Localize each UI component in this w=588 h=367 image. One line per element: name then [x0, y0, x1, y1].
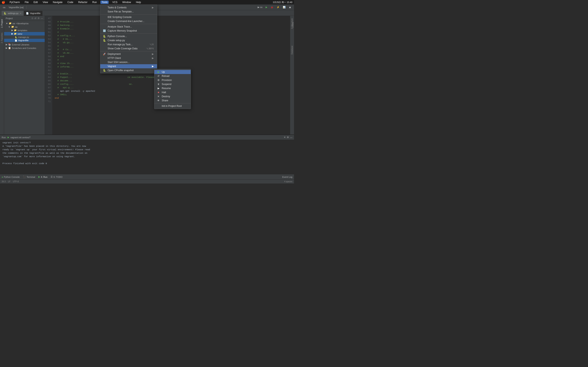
- tools-menu[interactable]: Tasks & Contexts ▶ Save File as Template…: [100, 4, 157, 73]
- menubar-file[interactable]: File: [24, 1, 30, 4]
- menu-create-setup[interactable]: 🐍 Create setup.py: [100, 38, 157, 42]
- todo-icon: ☰: [51, 175, 53, 178]
- tree-external-libraries[interactable]: ▶ 📚 External Libraries: [4, 43, 45, 46]
- menu-capture-memory[interactable]: 🔢 Capture Memory Snapshot: [100, 29, 157, 33]
- menu-coverage[interactable]: Show Code Coverage Data ⌥⌘F6: [100, 47, 157, 50]
- bottom-tab-todo[interactable]: ☰ 6: TODO: [51, 175, 62, 178]
- toolbar-project[interactable]: oa: [2, 6, 7, 9]
- project-panel-label[interactable]: 1: Project: [1, 17, 3, 29]
- sidebar-settings-icon[interactable]: ⚙: [38, 17, 40, 20]
- menu-tasks-contexts[interactable]: Tasks & Contexts ▶: [100, 6, 157, 9]
- status-line-col: 26:3: [2, 180, 6, 183]
- menu-label: Up: [162, 71, 165, 73]
- menubar-refactor[interactable]: Refactor: [77, 1, 89, 4]
- run-command: vagrant init centos/7: [10, 136, 30, 139]
- resume-icon: ▶: [157, 87, 160, 90]
- menu-http-client[interactable]: HTTP Client ▶: [100, 56, 157, 60]
- menu-analyze-stack[interactable]: Analyze Stack Trace...: [100, 25, 157, 29]
- tab-settings[interactable]: 🐍 settings.py ✕: [2, 11, 24, 16]
- menu-deployment[interactable]: 🚀 Deployment ▶: [100, 52, 157, 56]
- menubar-vcs[interactable]: VCS: [111, 1, 119, 4]
- sidebar-locate-icon[interactable]: ⊙: [31, 17, 33, 20]
- favorites-panel-label[interactable]: 2: Favorites: [1, 31, 3, 45]
- tree-vagrantfile[interactable]: 📄 Vagrantfile: [4, 39, 45, 42]
- tree-templates[interactable]: ▶ 📁 templates: [4, 29, 45, 32]
- cprofile-icon: 🐍: [103, 69, 106, 72]
- toolbar-profile-btn[interactable]: 📊: [282, 6, 287, 9]
- menu-label: Capture Memory Snapshot: [108, 29, 137, 32]
- toolbar-coverage-btn[interactable]: ⚡: [276, 6, 281, 9]
- tab-vagrantfile[interactable]: 📄 Vagrantfile: [24, 11, 43, 16]
- menubar-navigate[interactable]: Navigate: [52, 1, 64, 4]
- tree-venv[interactable]: ▶ 📁 venv: [4, 32, 45, 35]
- vagrant-halt[interactable]: ■ Halt: [154, 90, 191, 94]
- share-icon: 👁: [157, 99, 160, 102]
- svnview-panel-label[interactable]: SView: [292, 20, 294, 29]
- vagrant-up[interactable]: ▶ Up: [154, 70, 191, 74]
- menubar-run[interactable]: Run: [91, 1, 98, 4]
- menu-cmdline-launcher[interactable]: Create Command-line Launcher...: [100, 19, 157, 23]
- toolbar-run-config[interactable]: ▶ oa: [256, 6, 264, 9]
- menu-vagrant[interactable]: Vagrant ▶: [100, 64, 157, 68]
- provision-icon: ⚙: [157, 79, 160, 82]
- menubar-pycharm[interactable]: PyCharm: [8, 1, 21, 4]
- tree-oa-root[interactable]: ▼ 📁 oa ~/develop/oa: [4, 22, 45, 25]
- menubar-window[interactable]: Window: [121, 1, 132, 4]
- menu-python-console[interactable]: 🐍 Python Console...: [100, 34, 157, 38]
- shortcut: ⌥⌘F6: [146, 47, 154, 50]
- menubar-view[interactable]: View: [42, 1, 49, 4]
- run-output-line7: Process finished with exit code 0: [2, 162, 292, 165]
- database-panel-label[interactable]: Database: [291, 44, 293, 56]
- run-settings-icon[interactable]: ⚙: [287, 136, 289, 139]
- toolbar-run-btn[interactable]: ▶: [264, 6, 268, 9]
- status-indent: 4 spaces: [284, 180, 292, 183]
- menu-ssh[interactable]: Start SSH session...: [100, 60, 157, 64]
- terminal-label: Terminal: [26, 176, 35, 178]
- run-minimize-icon[interactable]: —: [290, 136, 292, 139]
- menu-label: Save File as Template...: [108, 10, 134, 13]
- toolbar-stop-btn[interactable]: ⏹: [288, 6, 292, 9]
- bottom-tab-bar: ● Python Console ⬛ Terminal ▶ 4: Run ☰ 6…: [0, 174, 294, 179]
- tree-manage-py[interactable]: 🐍 manage.py: [4, 35, 45, 39]
- vagrant-destroy[interactable]: ✕ Destroy: [154, 94, 191, 99]
- vagrant-resume[interactable]: ▶ Resume: [154, 86, 191, 90]
- tree-scratches[interactable]: ▶ 📋 Scratches and Consoles: [4, 46, 45, 50]
- menubar-tools[interactable]: Tools: [100, 1, 109, 4]
- bottom-tab-terminal[interactable]: ⬛ Terminal: [23, 175, 35, 178]
- bottom-tab-python-console[interactable]: ● Python Console: [2, 176, 20, 178]
- vagrant-init[interactable]: Init in Project Root: [154, 104, 191, 108]
- apple-menu[interactable]: 🍎: [2, 1, 5, 4]
- tree-arrow: ▶: [6, 43, 7, 46]
- tree-arrow: ▶: [11, 29, 13, 32]
- vagrant-suspend[interactable]: ⏸ Suspend: [154, 82, 191, 86]
- menu-label: Deployment: [108, 53, 121, 55]
- submenu-arrow: ▶: [152, 57, 154, 59]
- tree-oa[interactable]: ▼ 📁 oa: [4, 25, 45, 29]
- run-close-icon[interactable]: ✕: [284, 136, 286, 139]
- toolbar-debug-btn[interactable]: 🐞: [269, 6, 275, 9]
- menu-label: Suspend: [162, 83, 171, 86]
- menu-run-managepy[interactable]: Run manage.py Task... ⌥R: [100, 42, 157, 47]
- vagrant-provision[interactable]: ⚙ Provision: [154, 78, 191, 82]
- menubar-help[interactable]: Help: [135, 1, 142, 4]
- folder-icon: 📋: [8, 47, 11, 49]
- vagrant-separator: [154, 103, 191, 103]
- event-log-btn[interactable]: Event Log: [282, 176, 292, 178]
- menu-cprofile[interactable]: 🐍 Open CProfile snapshot: [100, 68, 157, 72]
- vagrant-share[interactable]: 👁 Share: [154, 99, 191, 103]
- menu-save-template[interactable]: Save File as Template...: [100, 9, 157, 14]
- vagrant-submenu[interactable]: ▶ Up ↺ Reload ⚙ Provision ⏸ Suspend ▶ Re…: [154, 69, 191, 109]
- run-label: Run:: [2, 136, 6, 139]
- menubar-code[interactable]: Code: [66, 1, 75, 4]
- menubar-edit[interactable]: Edit: [32, 1, 39, 4]
- tab-settings-close[interactable]: ✕: [20, 12, 21, 15]
- vagrant-reload[interactable]: ↺ Reload: [154, 74, 191, 78]
- menubar: 🍎 PyCharm File Edit View Navigate Code R…: [0, 0, 294, 4]
- bottom-tab-run[interactable]: ▶ 4: Run: [38, 175, 47, 178]
- menubar-right: 3月25日 周一 15:40: [273, 1, 292, 4]
- sidebar-collapse-icon[interactable]: ⇄: [35, 17, 36, 20]
- menu-ide-scripting[interactable]: IDE Scripting Console: [100, 15, 157, 19]
- submenu-arrow: ▶: [152, 6, 154, 9]
- sidebar-minimize-icon[interactable]: —: [41, 17, 43, 20]
- toolbar-vagrantfile[interactable]: Vagrantfile [oa]: [7, 6, 25, 9]
